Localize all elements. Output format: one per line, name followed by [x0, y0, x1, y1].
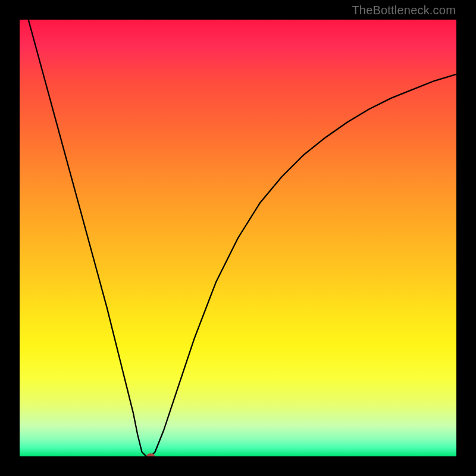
- chart-frame: TheBottleneck.com: [0, 0, 476, 476]
- watermark-text: TheBottleneck.com: [352, 4, 456, 17]
- chart-svg: [20, 20, 456, 456]
- bottleneck-curve: [29, 20, 456, 456]
